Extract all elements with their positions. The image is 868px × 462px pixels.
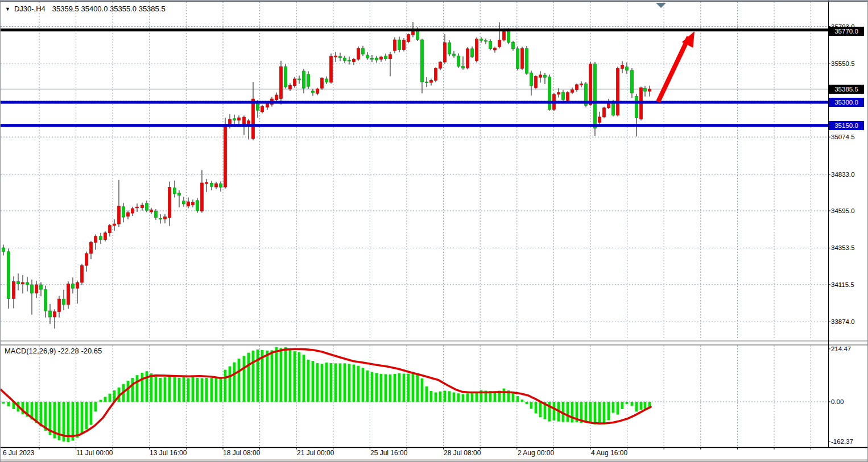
price-scale[interactable] <box>828 1 868 447</box>
price-axis-tick-label: 34353.5 <box>831 244 855 251</box>
price-axis-tick-label: 34595.0 <box>831 207 855 214</box>
symbol-dropdown-icon[interactable]: ▼ <box>5 6 10 12</box>
price-axis-tick-label: 34833.0 <box>831 171 855 178</box>
price-level-badge: 35150.0 <box>829 121 864 130</box>
time-axis-label: 4 Aug 16:00 <box>591 449 627 457</box>
symbol-timeframe-label: DJ30-,H4 <box>14 5 46 13</box>
macd-axis-tick-label: -162.37 <box>831 438 853 445</box>
macd-indicator-label: MACD(12,26,9) -22.28 -20.65 <box>5 347 102 355</box>
price-axis-tick-label: 35074.5 <box>831 134 855 140</box>
time-axis-label: 11 Jul 00:00 <box>76 449 113 457</box>
time-axis-label: 13 Jul 16:00 <box>150 449 187 457</box>
time-axis-label: 21 Jul 00:00 <box>297 449 334 457</box>
time-axis-label: 18 Jul 08:00 <box>223 449 260 457</box>
macd-indicator-plot-area[interactable] <box>1 346 828 447</box>
price-axis-tick-label: 35550.5 <box>831 60 855 67</box>
price-level-badge: 35300.0 <box>829 98 864 107</box>
chart-title: ▼DJ30-,H435359.5 35400.0 35355.0 35385.5 <box>5 5 166 13</box>
price-level-badge: 35385.5 <box>829 85 864 94</box>
price-chart-plot-area[interactable] <box>1 2 828 340</box>
time-axis-label: 6 Jul 2023 <box>3 449 34 457</box>
time-axis-label: 28 Jul 08:00 <box>444 449 481 457</box>
time-axis-label: 25 Jul 16:00 <box>370 449 407 457</box>
trading-chart-window: ▼DJ30-,H435359.5 35400.0 35355.0 35385.5… <box>0 0 868 462</box>
panel-resize-handle[interactable] <box>1 340 828 346</box>
price-axis-tick-label: 33874.0 <box>831 318 855 325</box>
time-axis-label: 2 Aug 00:00 <box>518 449 554 457</box>
price-level-badge: 35770.0 <box>829 27 864 36</box>
ohlc-quote-label: 35359.5 35400.0 35355.0 35385.5 <box>52 5 166 13</box>
macd-axis-tick-label: 0.00 <box>831 398 844 405</box>
price-axis-tick-label: 34115.5 <box>831 281 854 288</box>
macd-axis-tick-label: 214.47 <box>831 346 851 352</box>
time-scale[interactable] <box>1 447 828 460</box>
